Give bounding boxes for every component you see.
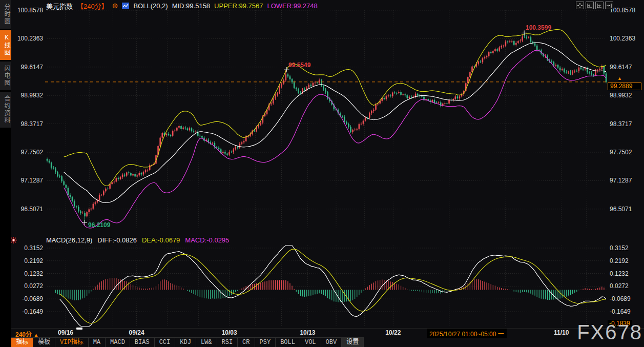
trading-app: 分时图 K线图 闪电图 合约资料 美元指数 【240分】 ⊕ BOLL(20,2…: [0, 0, 644, 347]
add-indicator-icon[interactable]: ⊕: [112, 3, 118, 9]
crosshair-icon[interactable]: [576, 2, 584, 9]
sidebar-tab-contract-info[interactable]: 合约资料: [0, 92, 11, 128]
toolbar-item-CR[interactable]: CR: [238, 338, 255, 347]
sidebar-tab-timeshare[interactable]: 分时图: [0, 0, 11, 29]
toolbar-item-OBV[interactable]: OBV: [321, 338, 342, 347]
annotation-swing-high-price: 99.5549: [288, 62, 310, 69]
macd-diff-value: DIFF:-0.0826: [97, 236, 137, 244]
toolbar-item-指标[interactable]: 指标: [11, 338, 33, 347]
toolbar-item-PSY[interactable]: PSY: [255, 338, 276, 347]
x-axis-zoom-icon[interactable]: [595, 2, 604, 9]
toolbar-item-CCI[interactable]: CCI: [155, 338, 176, 347]
chart-header: 美元指数 【240分】 ⊕ BOLL(20,2) MID:99.5158 UPP…: [46, 2, 318, 10]
annotation-high-price: 100.3599: [526, 24, 551, 31]
chart-canvas[interactable]: [0, 0, 644, 347]
current-price-box: 99.2889: [608, 83, 641, 90]
x-date-label: 11/10: [554, 329, 569, 336]
toolbar-item-LW&[interactable]: LW&: [196, 338, 217, 347]
x-date-label: 10/22: [385, 329, 401, 336]
boll-upper-value: UPPER:99.7567: [214, 2, 263, 10]
x-date-label: 10/13: [300, 329, 315, 336]
toolbar-item-VIP指标[interactable]: VIP指标: [55, 338, 89, 347]
toolbar-item-模板[interactable]: 模板: [33, 338, 55, 347]
macd-macd-value: MACD:-0.0295: [185, 236, 229, 244]
boll-lower-value: LOWER:99.2748: [267, 2, 318, 10]
annotation-low-price: 96.2109: [88, 221, 110, 229]
sidebar-tab-kline[interactable]: K线图: [0, 30, 11, 60]
period-label: 【240分】: [77, 1, 108, 11]
macd-title: MACD(26,12,9): [46, 236, 92, 244]
candle-info-tooltip: 2025/10/27 01:00~05:00 一: [427, 329, 507, 338]
collapse-panel-icon[interactable]: [605, 2, 613, 9]
toolbar-item-BOLL[interactable]: BOLL: [276, 338, 300, 347]
boll-mid-value: MID:99.5158: [172, 2, 210, 10]
toolbar-item-VOL[interactable]: VOL: [300, 338, 321, 347]
x-axis-row: 240分 ▲: [11, 328, 644, 338]
chart-type-icon[interactable]: [122, 3, 129, 9]
price-up-arrow-icon: ▲: [617, 76, 622, 81]
symbol-name: 美元指数: [46, 1, 73, 11]
indicator-toolbar: 指标模板VIP指标MAMACDBIASCCIKDJLW&RSICRPSYBOLL…: [11, 337, 364, 347]
scrollbar-thumb[interactable]: [76, 328, 82, 330]
chart-type-sidebar: 分时图 K线图 闪电图 合约资料: [0, 0, 11, 347]
toolbar-item-RSI[interactable]: RSI: [217, 338, 238, 347]
toolbar-item-设置[interactable]: 设置: [342, 338, 364, 347]
x-date-label: 10/03: [222, 329, 237, 336]
toolbar-item-MACD[interactable]: MACD: [106, 338, 130, 347]
boll-label: BOLL(20,2): [133, 2, 168, 10]
macd-header: MACD(26,12,9) DIFF:-0.0826 DEA:-0.0679 M…: [46, 236, 229, 244]
toolbar-item-KDJ[interactable]: KDJ: [175, 338, 196, 347]
toolbar-item-BIAS[interactable]: BIAS: [130, 338, 155, 347]
macd-bottom-value-box: -0.1839: [608, 320, 632, 327]
chart-tool-icons: [576, 2, 613, 9]
y-axis-zoom-icon[interactable]: [586, 2, 594, 9]
x-date-label: 09/16: [58, 329, 73, 336]
sidebar-tab-lightning[interactable]: 闪电图: [0, 62, 11, 90]
x-date-label: 09/24: [129, 329, 144, 336]
macd-dea-value: DEA:-0.0679: [142, 236, 180, 244]
toolbar-item-MA[interactable]: MA: [89, 338, 106, 347]
